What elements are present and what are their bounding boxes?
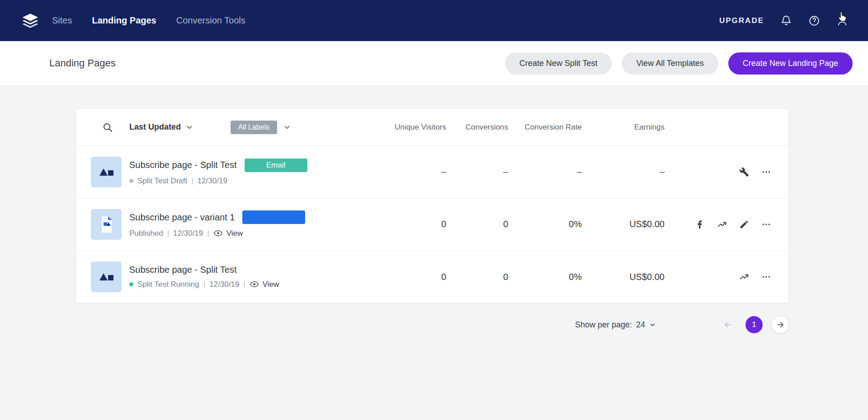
- page-title-link[interactable]: Subscribe page - variant 1: [129, 212, 235, 223]
- conversions-value: 0: [446, 219, 508, 229]
- pagination: 1: [719, 316, 789, 333]
- sort-dropdown[interactable]: Last Updated: [129, 122, 193, 132]
- create-split-test-button[interactable]: Create New Split Test: [505, 52, 612, 75]
- edit-pencil-icon[interactable]: [737, 217, 751, 232]
- per-page-label: Show per page:: [575, 320, 632, 330]
- view-page-link[interactable]: View: [213, 229, 243, 238]
- leadpages-logo-icon[interactable]: [21, 12, 39, 30]
- view-label: View: [226, 229, 243, 238]
- view-label: View: [263, 280, 279, 289]
- conversions-value: –: [446, 167, 508, 177]
- unique-visitors-value: –: [392, 167, 446, 177]
- page-header: Landing Pages Create New Split Test View…: [0, 41, 868, 86]
- earnings-value: US$0.00: [582, 219, 665, 229]
- facebook-icon[interactable]: [693, 217, 707, 232]
- per-page-value: 24: [636, 320, 645, 330]
- conversions-value: 0: [446, 272, 508, 282]
- unique-visitors-value: 0: [392, 219, 446, 229]
- unique-visitors-value: 0: [392, 272, 446, 282]
- label-badge-email[interactable]: Email: [245, 159, 307, 172]
- table-row: Subscribe page - variant 1 Published | 1…: [76, 198, 788, 251]
- divider: |: [203, 280, 205, 289]
- eye-icon: [250, 280, 259, 289]
- chevron-down-icon: [283, 123, 291, 131]
- labels-filter-badge: All Labels: [231, 121, 277, 134]
- split-test-thumbnail[interactable]: [91, 261, 122, 292]
- status-dot: [129, 179, 133, 183]
- current-page-button[interactable]: 1: [745, 316, 763, 333]
- navbar-right-group: UPGRADE: [719, 15, 848, 27]
- earnings-value: US$0.00: [582, 272, 665, 282]
- view-page-link[interactable]: View: [250, 280, 279, 289]
- table-row: Subscribe page - Split Test Email Split …: [76, 146, 788, 198]
- list-header-row: Last Updated All Labels Unique Visitors …: [76, 109, 788, 146]
- earnings-value: –: [582, 167, 665, 177]
- labels-filter-dropdown[interactable]: All Labels: [231, 121, 291, 134]
- nav-item-sites[interactable]: Sites: [52, 15, 72, 26]
- more-options-icon[interactable]: [759, 270, 774, 284]
- page-title: Landing Pages: [49, 57, 116, 69]
- status-text: Published: [129, 229, 163, 238]
- status-dot: [129, 282, 133, 286]
- notifications-bell-icon[interactable]: [780, 15, 792, 27]
- chevron-down-icon: [649, 322, 656, 328]
- help-icon[interactable]: [808, 15, 820, 27]
- page-header-actions: Create New Split Test View All Templates…: [505, 52, 853, 75]
- more-options-icon[interactable]: [759, 217, 774, 232]
- divider: |: [191, 177, 193, 186]
- analytics-trend-icon[interactable]: [715, 217, 729, 232]
- primary-nav: Sites Landing Pages Conversion Tools: [52, 15, 265, 26]
- create-landing-page-button[interactable]: Create New Landing Page: [728, 52, 853, 75]
- analytics-trend-icon[interactable]: [737, 270, 751, 284]
- next-page-button[interactable]: [772, 316, 789, 333]
- label-badge-blue[interactable]: [242, 210, 305, 224]
- divider: |: [167, 229, 169, 238]
- page-title-link[interactable]: Subscribe page - Split Test: [129, 265, 237, 275]
- search-icon[interactable]: [102, 122, 113, 133]
- column-header-conversions: Conversions: [446, 123, 508, 132]
- more-options-icon[interactable]: [759, 165, 774, 179]
- conversion-rate-value: –: [508, 167, 582, 177]
- sort-label: Last Updated: [129, 122, 181, 132]
- divider: |: [243, 280, 245, 289]
- split-test-thumbnail[interactable]: [91, 157, 122, 187]
- status-text: Split Test Draft: [137, 177, 187, 186]
- settings-wrench-icon[interactable]: [737, 165, 751, 179]
- column-header-unique-visitors: Unique Visitors: [392, 123, 446, 132]
- column-header-earnings: Earnings: [582, 123, 665, 132]
- column-header-conversion-rate: Conversion Rate: [508, 123, 582, 132]
- landing-pages-list-card: Last Updated All Labels Unique Visitors …: [75, 108, 789, 303]
- status-text: Split Test Running: [137, 280, 199, 289]
- nav-item-conversion-tools[interactable]: Conversion Tools: [176, 15, 245, 26]
- table-row: Subscribe page - Split Test Split Test R…: [76, 251, 788, 303]
- nav-item-landing-pages[interactable]: Landing Pages: [92, 15, 156, 26]
- date-text: 12/30/19: [209, 280, 239, 289]
- account-icon[interactable]: [836, 15, 848, 27]
- page-title-link[interactable]: Subscribe page - Split Test: [129, 160, 237, 170]
- conversion-rate-value: 0%: [508, 272, 582, 282]
- view-all-templates-button[interactable]: View All Templates: [622, 52, 718, 75]
- chevron-down-icon: [185, 123, 193, 131]
- per-page-dropdown[interactable]: Show per page: 24: [575, 320, 656, 330]
- divider: |: [207, 229, 209, 238]
- date-text: 12/30/19: [173, 229, 203, 238]
- top-navbar: Sites Landing Pages Conversion Tools UPG…: [0, 0, 868, 41]
- conversion-rate-value: 0%: [508, 219, 582, 229]
- previous-page-button[interactable]: [719, 316, 736, 333]
- upgrade-link[interactable]: UPGRADE: [719, 16, 764, 25]
- eye-icon: [213, 229, 223, 238]
- landing-page-thumbnail[interactable]: [91, 209, 122, 240]
- list-footer: Show per page: 24 1: [75, 316, 789, 333]
- date-text: 12/30/19: [198, 177, 227, 186]
